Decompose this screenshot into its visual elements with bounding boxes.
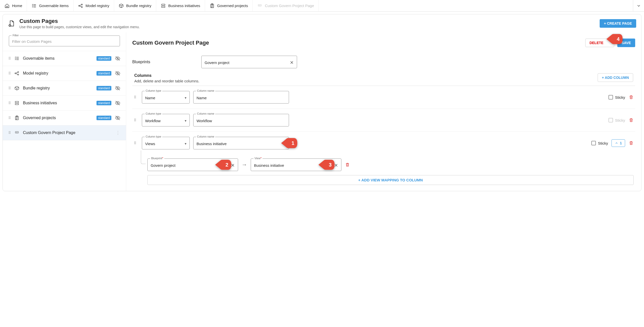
page-row-business-initiatives[interactable]: ⠿ Business initiatives standard	[3, 96, 126, 111]
drag-handle-icon[interactable]: ⠿	[8, 116, 11, 120]
nav-home[interactable]: Home	[0, 0, 27, 11]
card-header: Custom Pages Use this page to build page…	[3, 14, 641, 32]
nav-business-initiatives[interactable]: Business initiatives	[156, 0, 205, 11]
chevron-down-icon: ▾	[185, 119, 186, 123]
column-name-input[interactable]: Column name Workflow	[193, 114, 289, 126]
svg-point-2	[81, 6, 82, 7]
pages-sidebar: Filter ⠿ Governable items standard	[3, 32, 126, 191]
svg-text:NEW: NEW	[16, 132, 18, 133]
rows-icon	[14, 101, 19, 106]
drag-handle-icon[interactable]: ⠿	[134, 141, 138, 145]
nodes-icon	[14, 71, 19, 76]
drag-handle-icon[interactable]: ⠿	[134, 118, 138, 122]
standard-badge: standard	[96, 71, 111, 76]
nodes-icon	[78, 3, 83, 8]
sticky-label: Sticky	[615, 95, 625, 100]
clear-icon[interactable]	[231, 163, 235, 167]
nav-bundle-registry[interactable]: Bundle registry	[114, 0, 156, 11]
nav-more-dropdown[interactable]	[633, 0, 644, 11]
top-nav: Home Governable items Model registry Bun…	[0, 0, 644, 12]
add-view-mapping-button[interactable]: + ADD VIEW MAPPING TO COLUMN	[147, 175, 634, 185]
nav-governed-projects[interactable]: Governed projects	[205, 0, 253, 11]
home-icon	[5, 3, 10, 8]
column-type-select[interactable]: Column type Views ▾	[142, 137, 190, 149]
drag-handle-icon[interactable]: ⠿	[8, 131, 11, 135]
page-plus-icon	[8, 20, 15, 27]
drag-handle-icon[interactable]: ⠿	[134, 95, 138, 99]
blueprints-label: Blueprints	[132, 60, 195, 64]
delete-button[interactable]: DELETE	[585, 39, 614, 47]
nav-governable-items[interactable]: Governable items	[27, 0, 74, 11]
page-row-governed-projects[interactable]: ⠿ Governed projects standard	[3, 111, 126, 125]
columns-title: Columns	[134, 73, 598, 78]
sticky-checkbox[interactable]	[591, 141, 596, 145]
list-check-icon	[14, 56, 19, 61]
svg-point-11	[15, 73, 16, 74]
svg-rect-3	[162, 4, 165, 5]
eye-off-icon[interactable]	[115, 85, 120, 91]
filter-field[interactable]: Filter	[9, 36, 120, 46]
sticky-label: Sticky	[615, 118, 625, 122]
detail-title: Custom Govern Project Page	[132, 40, 582, 46]
column-type-select[interactable]: Column type Name ▾	[142, 91, 190, 104]
nav-model-registry[interactable]: Model registry	[74, 0, 114, 11]
cube-icon	[14, 86, 19, 91]
page-row-model-registry[interactable]: ⠿ Model registry standard	[3, 66, 126, 81]
sticky-label: Sticky	[598, 141, 608, 145]
nav-label: Home	[12, 4, 22, 8]
drag-handle-icon[interactable]: ⠿	[8, 86, 11, 90]
eye-off-icon[interactable]	[115, 71, 120, 76]
chevron-down-icon: ▾	[185, 142, 186, 146]
clear-icon[interactable]	[334, 163, 338, 167]
custom-pages-card: Custom Pages Use this page to build page…	[3, 14, 641, 191]
drag-handle-icon[interactable]: ⠿	[8, 71, 11, 75]
column-name-input[interactable]: Column name Business initiative 1	[193, 137, 289, 149]
page-row-governable-items[interactable]: ⠿ Governable items standard	[3, 51, 126, 66]
eye-off-icon[interactable]	[115, 56, 120, 61]
expand-toggle[interactable]: 1	[611, 139, 625, 147]
blueprints-select[interactable]: Govern project	[201, 56, 297, 68]
drag-handle-icon[interactable]: ⠿	[8, 101, 11, 105]
page-title: Custom Pages	[19, 18, 596, 24]
delete-column-icon[interactable]	[629, 118, 634, 123]
svg-rect-17	[15, 104, 18, 105]
blueprints-value: Govern project	[205, 60, 288, 65]
standard-badge: standard	[96, 101, 111, 105]
page-row-label: Model registry	[23, 71, 93, 76]
clear-icon[interactable]	[290, 60, 294, 64]
column-type-select[interactable]: Column type Workflow ▾	[142, 114, 190, 126]
columns-subtitle: Add, delete and reorder table columns.	[134, 79, 598, 83]
drag-handle-icon[interactable]: ⠿	[8, 56, 11, 60]
nav-label: Custom Govern Project Page	[265, 4, 314, 8]
chevron-down-icon	[636, 4, 641, 8]
mapping-blueprint-select[interactable]: Blueprint* Govern project 2	[147, 158, 238, 171]
delete-column-icon[interactable]	[629, 95, 634, 100]
create-page-button[interactable]: + CREATE PAGE	[600, 19, 636, 28]
column-name-input[interactable]: Column name Name	[193, 91, 289, 104]
page-row-label: Governable items	[23, 56, 93, 61]
nav-label: Business initiatives	[168, 4, 200, 8]
page-row-bundle-registry[interactable]: ⠿ Bundle registry standard	[3, 81, 126, 96]
nav-custom-govern-project-page[interactable]: NEW Custom Govern Project Page	[253, 0, 319, 11]
clipboard-icon	[210, 3, 215, 8]
filter-input[interactable]	[12, 39, 117, 44]
add-column-button[interactable]: + ADD COLUMN	[598, 73, 633, 82]
svg-rect-4	[162, 6, 165, 7]
page-row-label: Bundle registry	[23, 86, 93, 90]
column-row: ⠿ Column type Name ▾ Column name Name	[132, 86, 635, 109]
delete-column-icon[interactable]	[629, 141, 634, 146]
nav-label: Governed projects	[217, 4, 248, 8]
clipboard-icon	[14, 115, 19, 120]
more-icon[interactable]: ⋮	[115, 130, 120, 136]
eye-off-icon[interactable]	[115, 100, 120, 106]
svg-point-1	[81, 4, 82, 5]
eye-off-icon[interactable]	[115, 115, 120, 121]
page-row-custom-govern-project-page[interactable]: ⠿ NEW Custom Govern Project Page ⋮	[3, 125, 126, 140]
sticky-checkbox[interactable]	[608, 95, 613, 100]
delete-mapping-icon[interactable]	[345, 162, 350, 167]
filter-label: Filter	[12, 34, 20, 37]
nav-label: Model registry	[86, 4, 109, 8]
mapping-view-select[interactable]: View* Business initiative 3	[251, 158, 341, 171]
new-icon: NEW	[257, 3, 262, 8]
save-button[interactable]: SAVE	[617, 39, 635, 47]
